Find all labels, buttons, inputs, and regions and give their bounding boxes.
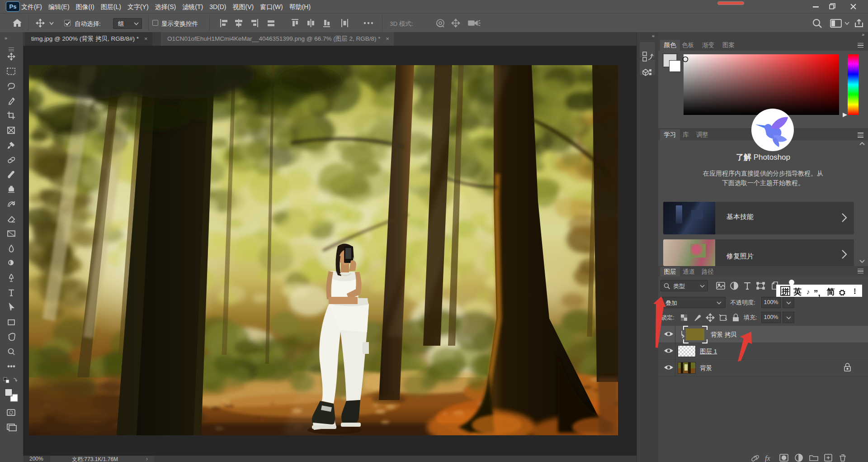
svg-text:英: 英 [793,287,802,296]
svg-text:简: 简 [826,287,835,296]
svg-text:⛭: ⛭ [839,288,845,297]
svg-text:拼: 拼 [781,287,789,296]
svg-text:”,: ”, [814,288,821,298]
svg-text:⁝: ⁝ [854,287,856,296]
svg-text:♪: ♪ [807,288,810,295]
